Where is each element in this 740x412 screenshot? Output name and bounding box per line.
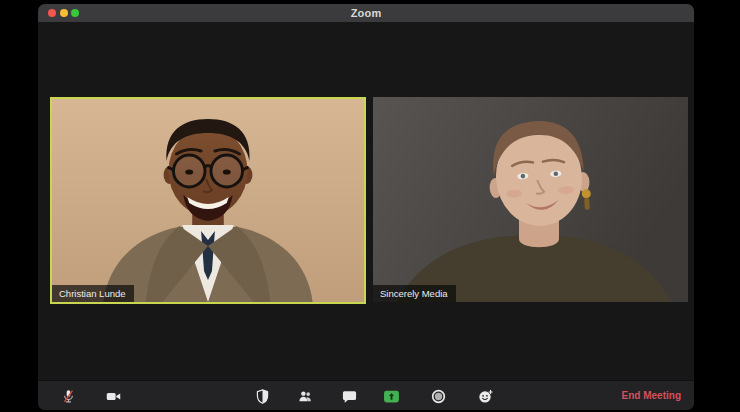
window-titlebar[interactable]: Zoom	[38, 4, 694, 22]
participants-button[interactable]	[291, 384, 319, 408]
video-tile-participant[interactable]: Sincerely Media	[373, 97, 688, 302]
reactions-button[interactable]	[471, 384, 499, 408]
share-screen-icon	[383, 388, 400, 405]
security-shield-icon	[254, 388, 271, 405]
microphone-muted-icon	[60, 388, 77, 405]
record-icon	[430, 388, 447, 405]
record-button[interactable]	[424, 384, 452, 408]
traffic-lights	[48, 9, 79, 17]
chat-button[interactable]	[335, 384, 363, 408]
maximize-button[interactable]	[71, 9, 79, 17]
chat-bubble-icon	[341, 388, 358, 405]
reactions-icon	[477, 388, 494, 405]
end-meeting-button[interactable]: End Meeting	[622, 381, 681, 410]
window-title: Zoom	[38, 4, 694, 22]
zoom-window: Zoom	[38, 4, 694, 410]
participant-name-label: Christian Lunde	[52, 285, 134, 302]
mute-button[interactable]	[54, 384, 82, 408]
meeting-toolbar: End Meeting	[38, 380, 694, 410]
share-screen-button[interactable]	[377, 384, 405, 408]
participant-portrait-man	[52, 99, 364, 302]
participant-name-label: Sincerely Media	[373, 285, 456, 302]
video-button[interactable]	[99, 384, 127, 408]
close-button[interactable]	[48, 9, 56, 17]
participants-icon	[297, 388, 314, 405]
desktop-background: Zoom	[0, 0, 740, 412]
security-button[interactable]	[248, 384, 276, 408]
participant-portrait-woman	[373, 97, 688, 302]
minimize-button[interactable]	[60, 9, 68, 17]
video-camera-icon	[105, 388, 122, 405]
video-tile-active-speaker[interactable]: Christian Lunde	[50, 97, 366, 304]
